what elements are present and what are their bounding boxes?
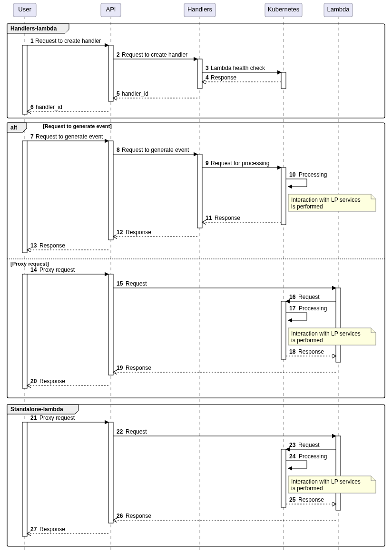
activation-lambda-4 bbox=[336, 436, 341, 510]
svg-text:Request: Request bbox=[126, 428, 147, 435]
msg-18: 18 Response bbox=[286, 348, 336, 356]
svg-text:12: 12 bbox=[117, 229, 123, 236]
svg-text:Lambda: Lambda bbox=[327, 6, 350, 13]
svg-text:Response: Response bbox=[39, 242, 65, 249]
msg-11: 11 Response bbox=[202, 215, 281, 222]
svg-text:is performed: is performed bbox=[291, 203, 323, 210]
svg-text:Request to generate event: Request to generate event bbox=[122, 147, 189, 153]
svg-text:6: 6 bbox=[30, 104, 34, 110]
activation-kubernetes-4 bbox=[281, 449, 286, 507]
svg-text:Response: Response bbox=[211, 74, 236, 81]
svg-text:2: 2 bbox=[117, 51, 120, 58]
svg-text:Handlers: Handlers bbox=[187, 6, 213, 13]
activation-kubernetes-3 bbox=[281, 301, 286, 359]
svg-text:Response: Response bbox=[298, 348, 324, 355]
svg-text:Request for processing: Request for processing bbox=[211, 160, 269, 167]
msg-25: 25 Response bbox=[286, 496, 336, 504]
msg-9: 9 Request for processing bbox=[202, 160, 281, 168]
svg-text:Lambda health check: Lambda health check bbox=[211, 65, 265, 71]
group-label-text-standalone-lambda: Standalone-lambda bbox=[10, 406, 63, 413]
participant-handlers: Handlers bbox=[184, 3, 216, 17]
svg-text:18: 18 bbox=[289, 348, 296, 355]
msg-23: 23 Request bbox=[286, 442, 336, 449]
msg-14: 14 Proxy request bbox=[27, 267, 108, 274]
svg-text:Interaction with LP services: Interaction with LP services bbox=[291, 478, 361, 485]
msg-27: 27 Response bbox=[27, 526, 108, 534]
svg-text:Response: Response bbox=[126, 229, 151, 236]
svg-text:Request to create handler: Request to create handler bbox=[122, 51, 187, 58]
activation-user-3 bbox=[22, 274, 27, 388]
svg-text:16: 16 bbox=[289, 294, 296, 300]
msg-3: 3 Lambda health check bbox=[202, 65, 281, 72]
msg-16: 16 Request bbox=[286, 294, 336, 301]
svg-text:Response: Response bbox=[298, 496, 324, 503]
note-2: Interaction with LP services is performe… bbox=[288, 328, 376, 345]
svg-text:API: API bbox=[106, 6, 116, 13]
svg-text:4: 4 bbox=[206, 74, 209, 81]
svg-text:Response: Response bbox=[39, 378, 65, 385]
msg-17: 17 Processing bbox=[286, 305, 327, 320]
activation-kubernetes-2 bbox=[281, 168, 286, 225]
svg-text:handler_id: handler_id bbox=[36, 104, 62, 110]
svg-text:23: 23 bbox=[289, 442, 296, 448]
msg-5: 5 handler_id bbox=[113, 90, 197, 98]
svg-text:is performed: is performed bbox=[291, 485, 323, 492]
svg-text:22: 22 bbox=[117, 428, 123, 435]
svg-text:14: 14 bbox=[30, 267, 37, 273]
sequence-diagram: User API Handlers Kubernetes Lambda Hand… bbox=[0, 0, 392, 554]
activation-handlers-1 bbox=[197, 59, 202, 89]
msg-13: 13 Response bbox=[27, 242, 108, 250]
svg-text:User: User bbox=[18, 6, 31, 13]
svg-text:17: 17 bbox=[289, 305, 296, 312]
activation-user-2 bbox=[22, 141, 27, 253]
svg-text:26: 26 bbox=[117, 513, 123, 519]
msg-22: 22 Request bbox=[113, 428, 336, 436]
svg-text:9: 9 bbox=[206, 160, 209, 167]
msg-1: 1 Request to create handler bbox=[27, 38, 108, 45]
group-label-text-alt: alt bbox=[10, 124, 17, 131]
participant-lambda: Lambda bbox=[324, 3, 353, 17]
participant-api: API bbox=[101, 3, 121, 17]
activation-user-4 bbox=[22, 422, 27, 536]
svg-text:1: 1 bbox=[30, 38, 34, 44]
svg-text:8: 8 bbox=[117, 147, 120, 153]
msg-21: 21 Proxy request bbox=[27, 415, 108, 422]
svg-text:Proxy request: Proxy request bbox=[39, 415, 75, 421]
svg-text:Request to create handler: Request to create handler bbox=[35, 38, 101, 44]
svg-text:20: 20 bbox=[30, 378, 37, 385]
svg-text:Response: Response bbox=[126, 513, 151, 519]
svg-text:Proxy request: Proxy request bbox=[39, 267, 75, 273]
msg-15: 15 Request bbox=[113, 280, 336, 288]
msg-12: 12 Response bbox=[113, 229, 197, 237]
svg-text:7: 7 bbox=[30, 133, 34, 140]
msg-24: 24 Processing bbox=[286, 453, 327, 468]
activation-user-1 bbox=[22, 45, 27, 114]
group-alt bbox=[7, 123, 385, 398]
svg-text:Response: Response bbox=[215, 215, 240, 221]
note-1: Interaction with LP services is performe… bbox=[288, 194, 376, 211]
activation-kubernetes-1 bbox=[281, 72, 286, 89]
svg-text:13: 13 bbox=[30, 242, 37, 249]
activation-api-2 bbox=[108, 141, 113, 240]
msg-20: 20 Response bbox=[27, 378, 108, 386]
svg-text:Request to generate event: Request to generate event bbox=[36, 133, 103, 140]
svg-text:3: 3 bbox=[206, 65, 209, 71]
svg-text:24: 24 bbox=[289, 453, 296, 460]
svg-text:Interaction with LP services: Interaction with LP services bbox=[291, 197, 361, 203]
svg-text:Request: Request bbox=[298, 294, 320, 300]
svg-text:Response: Response bbox=[39, 526, 65, 533]
svg-text:19: 19 bbox=[117, 365, 123, 371]
participant-kubernetes: Kubernetes bbox=[265, 3, 302, 17]
svg-text:Request: Request bbox=[298, 442, 320, 448]
svg-text:Processing: Processing bbox=[299, 453, 327, 460]
activation-api-4 bbox=[108, 422, 113, 523]
svg-text:Response: Response bbox=[126, 365, 151, 371]
group-label-text-handlers-lambda: Handlers-lambda bbox=[10, 25, 57, 32]
svg-text:handler_id: handler_id bbox=[122, 90, 148, 97]
svg-text:Processing: Processing bbox=[299, 305, 327, 312]
svg-text:5: 5 bbox=[117, 90, 120, 97]
msg-19: 19 Response bbox=[113, 365, 336, 372]
svg-text:27: 27 bbox=[30, 526, 37, 533]
svg-text:15: 15 bbox=[117, 280, 123, 287]
svg-text:Processing: Processing bbox=[299, 171, 327, 178]
